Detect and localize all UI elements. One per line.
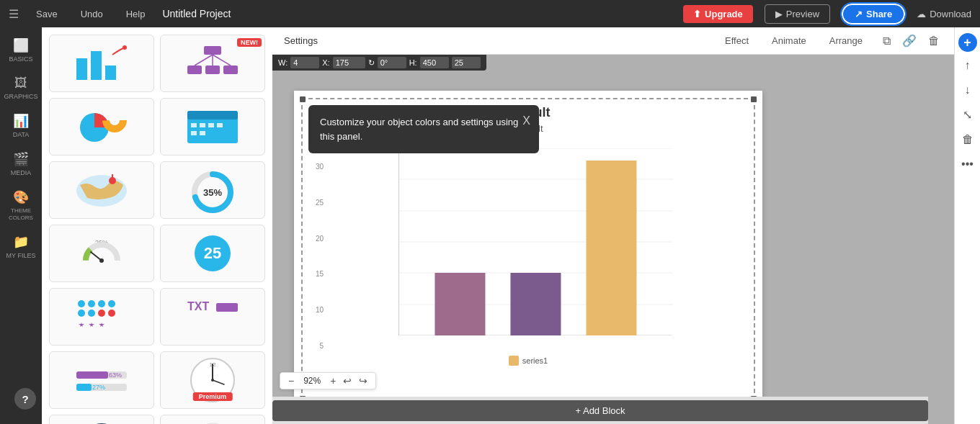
sidebar-item-my-files[interactable]: 📁 MY FILES [2, 228, 40, 265]
topbar: ☰ Save Undo Help Untitled Project ⬆ Upgr… [0, 0, 980, 27]
svg-rect-14 [187, 111, 238, 119]
left-panel: NEW! [42, 27, 272, 424]
panel-item-calendar[interactable] [160, 98, 265, 155]
legend-item-series1: series1 [509, 356, 548, 366]
tooltip-close-button[interactable]: X [522, 112, 530, 130]
animate-action[interactable]: Animate [766, 32, 812, 49]
svg-rect-5 [187, 66, 202, 74]
arrange-action[interactable]: Arrange [824, 32, 868, 49]
svg-text:12: 12 [209, 361, 215, 368]
link-button[interactable]: 🔗 [899, 31, 919, 50]
new-badge: NEW! [237, 38, 262, 47]
panel-item-speedometer-blue[interactable]: 45 km/h Premium [49, 415, 154, 424]
svg-line-10 [213, 55, 231, 66]
sidebar-label-media: MEDIA [11, 169, 32, 176]
legend-label-series1: series1 [522, 356, 548, 365]
svg-point-50 [211, 379, 214, 382]
right-sidebar: + ↑ ↓ ⤡ 🗑 ••• [954, 27, 980, 424]
preview-button[interactable]: ▶ Preview [765, 4, 830, 24]
svg-rect-0 [76, 58, 87, 80]
svg-rect-2 [105, 66, 116, 80]
graphics-icon: 🖼 [14, 76, 27, 91]
tooltip-box: X Customize your object colors and setti… [308, 105, 539, 153]
panel-item-bar-chart[interactable] [49, 35, 154, 92]
resize-button[interactable]: ⤡ [958, 104, 976, 126]
undo-zoom-button[interactable]: ↩ [341, 375, 354, 387]
upgrade-button[interactable]: ⬆ Upgrade [683, 5, 753, 23]
main-layout: ⬜ BASICS 🖼 GRAPHICS 📊 DATA 🎬 MEDIA 🎨 THE… [0, 27, 980, 424]
panel-item-org-chart[interactable]: NEW! [160, 35, 265, 92]
svg-rect-1 [91, 51, 102, 80]
premium-badge-clock: Premium [193, 392, 233, 401]
svg-point-12 [106, 112, 123, 129]
panel-item-number-display[interactable]: 25 [160, 225, 265, 282]
copy-button[interactable]: ⧉ [880, 32, 894, 50]
transform-w-label: W: [278, 58, 288, 67]
svg-rect-45 [76, 384, 92, 391]
redo-zoom-button[interactable]: ↪ [357, 375, 370, 387]
transform-w-input[interactable] [290, 57, 319, 68]
svg-point-31 [78, 300, 85, 307]
project-title: Untitled Project [162, 8, 672, 19]
effect-action[interactable]: Effect [719, 32, 754, 49]
panel-item-map[interactable] [49, 161, 154, 219]
panel-item-circular-progress[interactable]: 35% [160, 161, 265, 219]
zoom-out-button[interactable]: − [286, 375, 296, 387]
sidebar-item-theme-colors[interactable]: 🎨 THEME COLORS [2, 184, 40, 227]
legend-swatch-series1 [509, 356, 519, 366]
zoom-bar: − 92% + ↩ ↪ [280, 372, 376, 389]
help-button-top[interactable]: Help [120, 6, 151, 22]
panel-item-pie-chart[interactable] [49, 98, 154, 155]
share-button[interactable]: ↗ Share [842, 4, 905, 24]
panel-item-text-bar[interactable]: TXT [160, 288, 265, 346]
transform-h-label: H: [409, 58, 417, 67]
download-button[interactable]: ☁ Download [917, 9, 971, 19]
svg-point-34 [108, 300, 115, 307]
transform-y-input[interactable] [452, 57, 481, 68]
help-button[interactable]: ? [14, 388, 36, 410]
undo-button[interactable]: Undo [75, 6, 109, 22]
delete-right-button[interactable]: 🗑 [958, 129, 978, 150]
panel-item-clock[interactable]: 6 12 Premium [160, 351, 265, 409]
more-options-button[interactable]: ••• [957, 153, 978, 175]
svg-point-35 [78, 310, 85, 317]
svg-point-36 [88, 310, 95, 317]
move-down-button[interactable]: ↓ [961, 79, 975, 101]
upgrade-icon: ⬆ [693, 9, 701, 19]
tooltip-text: Customize your object colors and setting… [320, 117, 518, 142]
add-block-button[interactable]: + Add Block [272, 400, 928, 421]
svg-rect-42 [76, 371, 108, 379]
svg-text:TXT: TXT [187, 300, 209, 312]
sidebar-label-graphics: GRAPHICS [4, 93, 38, 100]
y-label-25: 25 [316, 199, 324, 207]
panel-item-dot-pattern[interactable] [49, 288, 154, 346]
svg-line-8 [195, 55, 213, 66]
canvas-wrapper[interactable]: W: X: ↻ H: Default Default [272, 55, 954, 424]
y-label-10: 10 [316, 306, 324, 314]
transform-r-input[interactable] [378, 57, 406, 68]
save-button[interactable]: Save [30, 6, 63, 22]
hamburger-icon[interactable]: ☰ [9, 7, 19, 21]
add-element-button[interactable]: + [958, 33, 977, 52]
sidebar-label-theme-colors: THEME COLORS [5, 207, 37, 221]
svg-rect-40 [216, 303, 238, 312]
bar-africa[interactable] [587, 161, 637, 335]
bar-america[interactable] [511, 273, 561, 335]
transform-h-input[interactable] [420, 57, 449, 68]
sidebar-item-basics[interactable]: ⬜ BASICS [2, 32, 40, 68]
panel-item-percentage-bar[interactable]: 63% 27% [49, 351, 154, 409]
sidebar-item-data[interactable]: 📊 DATA [2, 107, 40, 144]
data-icon: 📊 [13, 113, 29, 129]
panel-item-gauge[interactable]: 25% [49, 225, 154, 282]
delete-button[interactable]: 🗑 [925, 32, 943, 50]
bar-europe[interactable] [435, 273, 486, 335]
transform-x-input[interactable] [333, 57, 365, 68]
sidebar-item-graphics[interactable]: 🖼 GRAPHICS [2, 70, 40, 106]
theme-colors-icon: 🎨 [13, 189, 29, 205]
move-up-button[interactable]: ↑ [961, 55, 975, 76]
y-label-20: 20 [316, 235, 324, 243]
sidebar-item-media[interactable]: 🎬 MEDIA [2, 145, 40, 182]
zoom-in-button[interactable]: + [328, 375, 338, 387]
panel-item-speedometer-white[interactable]: 50 max Premium [160, 415, 265, 424]
transform-x-label: X: [322, 58, 329, 67]
